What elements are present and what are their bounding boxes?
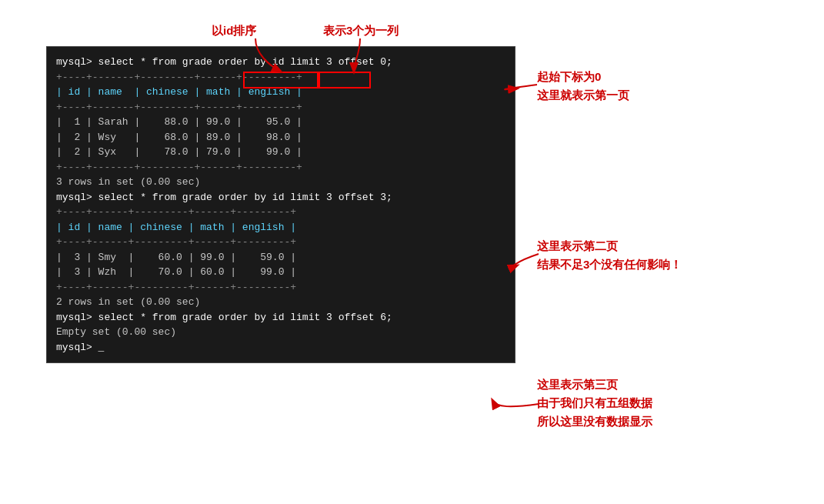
page2-annotation: 这里表示第二页 结果不足3个没有任何影响！ (537, 237, 682, 274)
page2-line2: 结果不足3个没有任何影响！ (537, 258, 682, 271)
page3-annotation: 这里表示第三页 由于我们只有五组数据 所以这里没有数据显示 (537, 375, 652, 431)
page3-line1: 这里表示第三页 (537, 378, 618, 391)
terminal-line: +----+------+---------+------+---------+ (56, 205, 505, 220)
page1-line2: 这里就表示第一页 (537, 88, 629, 102)
terminal-line: Empty set (0.00 sec) (56, 325, 505, 340)
terminal-line: | id | name | chinese | math | english | (56, 220, 505, 235)
terminal-line: | 3 | Smy | 60.0 | 99.0 | 59.0 | (56, 250, 505, 265)
terminal-line: | 3 | Wzh | 70.0 | 60.0 | 99.0 | (56, 265, 505, 280)
sort-by-id-annotation: 以id排序 (212, 22, 256, 40)
show-3-per-page-annotation: 表示3个为一列 (323, 22, 399, 40)
terminal-line: | 2 | Wsy | 68.0 | 89.0 | 98.0 | (56, 130, 505, 145)
terminal-line: +----+-------+---------+------+---------… (56, 160, 505, 175)
terminal-line: mysql> _ (56, 340, 505, 355)
page1-line1: 起始下标为0 (537, 70, 601, 83)
terminal: mysql> select * from grade order by id l… (46, 46, 515, 363)
terminal-line: | 2 | Syx | 78.0 | 79.0 | 99.0 | (56, 145, 505, 160)
terminal-line: | id | name | chinese | math | english | (56, 85, 505, 100)
page3-line2: 由于我们只有五组数据 (537, 396, 652, 409)
terminal-line: mysql> select * from grade order by id l… (56, 190, 505, 205)
terminal-line: +----+------+---------+------+---------+ (56, 280, 505, 295)
terminal-line: +----+-------+---------+------+---------… (56, 100, 505, 115)
terminal-line: +----+-------+---------+------+---------… (56, 70, 505, 85)
terminal-line: 3 rows in set (0.00 sec) (56, 175, 505, 190)
terminal-line: mysql> select * from grade order by id l… (56, 310, 505, 325)
terminal-line: 2 rows in set (0.00 sec) (56, 295, 505, 310)
page2-line1: 这里表示第二页 (537, 239, 618, 252)
terminal-line: +----+------+---------+------+---------+ (56, 235, 505, 250)
terminal-line: | 1 | Sarah | 88.0 | 99.0 | 95.0 | (56, 115, 505, 130)
page1-annotation: 起始下标为0 这里就表示第一页 (537, 68, 629, 105)
terminal-line: mysql> select * from grade order by id l… (56, 55, 505, 70)
page3-line3: 所以这里没有数据显示 (537, 415, 652, 428)
